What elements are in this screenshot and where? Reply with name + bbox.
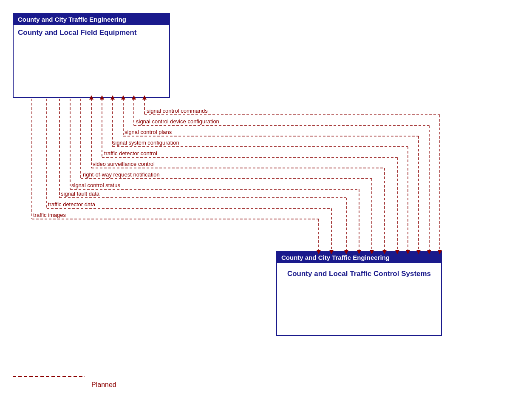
label-signal-control-device-config: signal control device configuration [136, 118, 219, 125]
svg-marker-13 [416, 250, 421, 254]
label-traffic-images: traffic images [33, 212, 66, 218]
svg-marker-18 [406, 250, 410, 254]
svg-marker-9 [132, 95, 136, 100]
svg-marker-29 [89, 95, 93, 100]
diagram-container: County and City Traffic Engineering Coun… [0, 0, 532, 407]
svg-marker-41 [344, 250, 348, 254]
svg-marker-24 [100, 95, 104, 100]
label-signal-control-plans: signal control plans [125, 129, 172, 135]
label-right-of-way: right-of-way request notification [83, 171, 160, 178]
svg-marker-8 [427, 250, 431, 254]
label-signal-control-status: signal control status [71, 182, 120, 188]
label-traffic-detector-data: traffic detector data [48, 201, 95, 208]
svg-marker-3 [438, 250, 442, 254]
legend-label: Planned [91, 381, 116, 389]
svg-marker-23 [395, 250, 399, 254]
svg-marker-37 [357, 250, 361, 254]
svg-marker-4 [142, 95, 147, 100]
label-video-surveillance-control: video surveillance control [93, 161, 155, 167]
label-signal-system-config: signal system configuration [113, 139, 179, 146]
svg-marker-45 [329, 250, 334, 254]
svg-marker-28 [382, 250, 387, 254]
svg-marker-19 [110, 95, 115, 100]
label-signal-control-commands: signal control commands [147, 108, 208, 114]
label-signal-fault-data: signal fault data [61, 191, 99, 197]
svg-marker-33 [370, 250, 374, 254]
label-traffic-detector-control: traffic detector control [104, 150, 157, 157]
svg-marker-49 [317, 250, 321, 254]
svg-marker-14 [121, 95, 125, 100]
